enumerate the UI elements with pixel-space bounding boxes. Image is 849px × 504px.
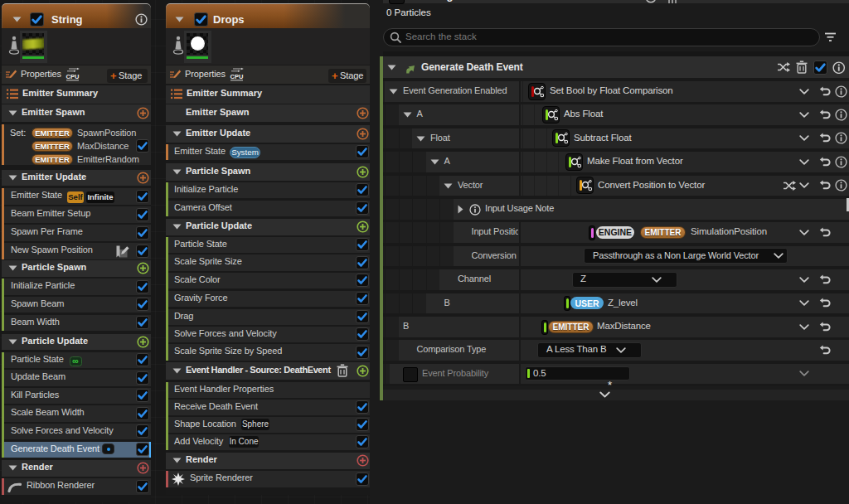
svg-text:CPU: CPU [230,73,244,80]
svg-text:CPU: CPU [66,73,80,80]
